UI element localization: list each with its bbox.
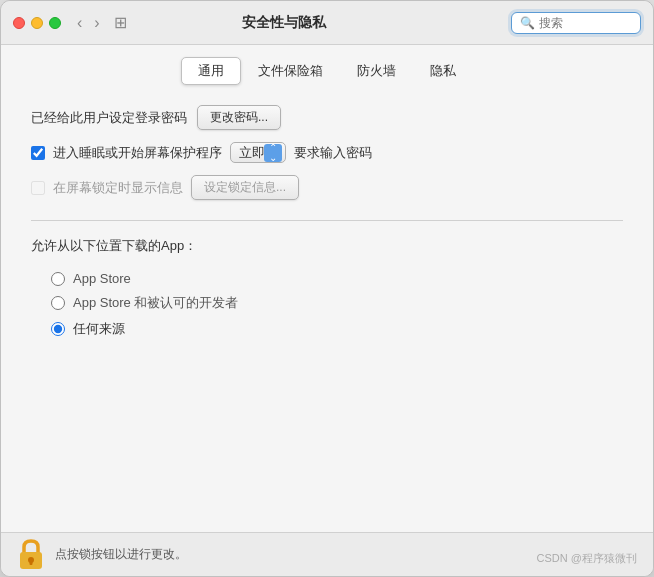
screen-lock-label: 在屏幕锁定时显示信息 [53,179,183,197]
lock-hint-text: 点按锁按钮以进行更改。 [55,546,187,563]
download-section: 允许从以下位置下载的App： App Store App Store 和被认可的… [31,237,623,338]
lock-icon[interactable] [17,539,45,571]
minimize-button[interactable] [31,17,43,29]
search-icon: 🔍 [520,16,535,30]
lock-svg [17,539,45,571]
password-row: 已经给此用户设定登录密码 更改密码... [31,105,623,130]
tab-privacy[interactable]: 隐私 [413,57,473,85]
radio-row-appstore: App Store [51,271,623,286]
tab-bar: 通用 文件保险箱 防火墙 隐私 [1,45,653,95]
tab-filevault[interactable]: 文件保险箱 [241,57,340,85]
immediately-dropdown-container: 立即 ⌃⌄ [230,142,286,163]
close-button[interactable] [13,17,25,29]
password-section: 已经给此用户设定登录密码 更改密码... 进入睡眠或开始屏幕保护程序 立即 ⌃⌄ [31,105,623,200]
radio-anywhere[interactable] [51,322,65,336]
bottom-bar: 点按锁按钮以进行更改。 CSDN @程序猿微刊 [1,532,653,576]
sleep-checkbox[interactable] [31,146,45,160]
radio-label-appstore-dev: App Store 和被认可的开发者 [73,294,238,312]
radio-appstore-dev[interactable] [51,296,65,310]
change-password-button[interactable]: 更改密码... [197,105,281,130]
traffic-lights [13,17,61,29]
tab-firewall[interactable]: 防火墙 [340,57,413,85]
set-lock-button: 设定锁定信息... [191,175,299,200]
main-window: ‹ › ⊞ 安全性与隐私 🔍 通用 文件保险箱 防火墙 隐私 已经给此用户设定登… [0,0,654,577]
immediately-dropdown[interactable]: 立即 [230,142,286,163]
section-divider [31,220,623,221]
require-password-label: 要求输入密码 [294,144,372,162]
titlebar: ‹ › ⊞ 安全性与隐私 🔍 [1,1,653,45]
radio-label-appstore: App Store [73,271,131,286]
watermark-text: CSDN @程序猿微刊 [537,551,637,566]
content-area: 通用 文件保险箱 防火墙 隐私 已经给此用户设定登录密码 更改密码... 进入睡… [1,45,653,532]
window-title: 安全性与隐私 [57,14,511,32]
radio-appstore[interactable] [51,272,65,286]
password-set-label: 已经给此用户设定登录密码 [31,109,187,127]
radio-row-appstore-dev: App Store 和被认可的开发者 [51,294,623,312]
radio-label-anywhere: 任何来源 [73,320,125,338]
download-title: 允许从以下位置下载的App： [31,237,623,255]
screen-lock-row: 在屏幕锁定时显示信息 设定锁定信息... [31,175,623,200]
main-section: 已经给此用户设定登录密码 更改密码... 进入睡眠或开始屏幕保护程序 立即 ⌃⌄ [1,95,653,532]
search-box[interactable]: 🔍 [511,12,641,34]
tab-general[interactable]: 通用 [181,57,241,85]
radio-group: App Store App Store 和被认可的开发者 任何来源 [31,271,623,338]
search-input[interactable] [539,16,632,30]
sleep-checkbox-row: 进入睡眠或开始屏幕保护程序 立即 ⌃⌄ 要求输入密码 [31,142,623,163]
radio-row-anywhere: 任何来源 [51,320,623,338]
sleep-label: 进入睡眠或开始屏幕保护程序 [53,144,222,162]
screen-lock-checkbox[interactable] [31,181,45,195]
svg-rect-2 [30,561,33,565]
